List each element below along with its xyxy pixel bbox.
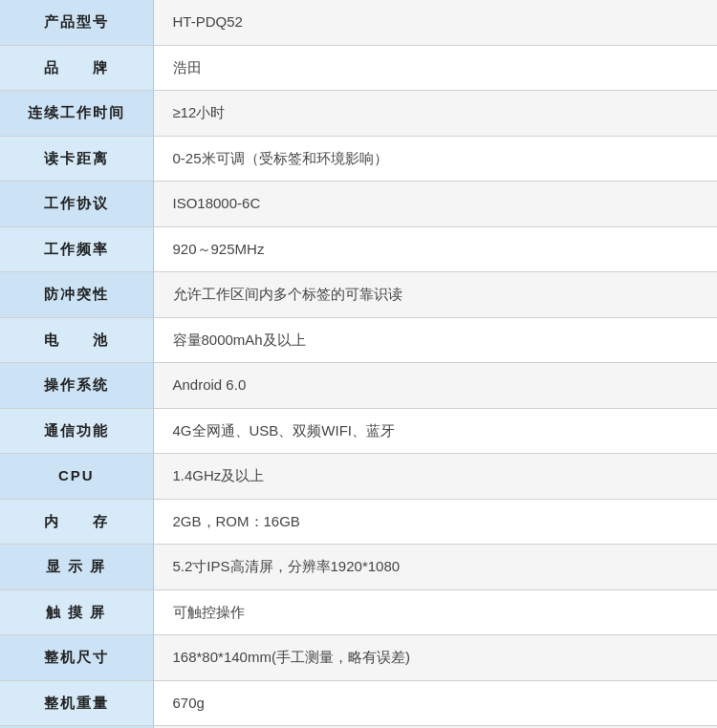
row-label: 防冲突性	[0, 272, 153, 318]
table-row: 触 摸 屏可触控操作	[0, 589, 717, 635]
row-label: 工作频率	[0, 226, 153, 272]
row-value: 容量8000mAh及以上	[153, 317, 717, 363]
row-label: 内 存	[0, 499, 153, 545]
row-value: 浩田	[153, 45, 717, 91]
table-row: 防冲突性允许工作区间内多个标签的可靠识读	[0, 272, 717, 318]
table-row: 品 牌浩田	[0, 45, 717, 91]
table-row: 整机尺寸168*80*140mm(手工测量，略有误差)	[0, 635, 717, 681]
table-row: 内 存2GB，ROM：16GB	[0, 499, 717, 545]
row-value: 可触控操作	[153, 589, 717, 635]
table-row: 显 示 屏5.2寸IPS高清屏，分辨率1920*1080	[0, 545, 717, 590]
row-label: 整机尺寸	[0, 635, 153, 681]
table-row: CPU1.4GHz及以上	[0, 454, 717, 500]
row-label: 通信功能	[0, 408, 153, 454]
table-row: 操作系统Android 6.0	[0, 363, 717, 409]
row-value: 允许工作区间内多个标签的可靠识读	[153, 272, 717, 318]
row-label: 操作系统	[0, 363, 153, 409]
row-value: 0-25米可调（受标签和环境影响）	[153, 136, 717, 182]
row-label: 工作协议	[0, 182, 153, 227]
table-row: 工作频率920～925MHz	[0, 226, 717, 272]
row-label: 连续工作时间	[0, 91, 153, 137]
row-value: Android 6.0	[153, 363, 717, 409]
row-label: 电 池	[0, 317, 153, 363]
table-row: 读卡距离0-25米可调（受标签和环境影响）	[0, 136, 717, 182]
row-value: 1.4GHz及以上	[153, 454, 717, 500]
row-label: 品 牌	[0, 45, 153, 91]
row-label: 读卡距离	[0, 136, 153, 182]
row-label: 产品型号	[0, 0, 153, 45]
table-row: 工作协议ISO18000-6C	[0, 182, 717, 227]
row-value: 2GB，ROM：16GB	[153, 499, 717, 545]
row-value: ISO18000-6C	[153, 182, 717, 227]
row-label: 整机重量	[0, 680, 153, 726]
row-value: 168*80*140mm(手工测量，略有误差)	[153, 635, 717, 681]
table-row: 整机重量670g	[0, 680, 717, 726]
row-value: 670g	[153, 680, 717, 726]
row-label: CPU	[0, 454, 153, 500]
table-row: 产品型号HT-PDQ52	[0, 0, 717, 45]
row-label: 触 摸 屏	[0, 589, 153, 635]
table-row: 连续工作时间≥12小时	[0, 91, 717, 137]
row-value: ≥12小时	[153, 91, 717, 137]
row-label: 显 示 屏	[0, 545, 153, 590]
table-row: 通信功能4G全网通、USB、双频WIFI、蓝牙	[0, 408, 717, 454]
row-value: HT-PDQ52	[153, 0, 717, 45]
table-row: 电 池容量8000mAh及以上	[0, 317, 717, 363]
row-value: 5.2寸IPS高清屏，分辨率1920*1080	[153, 545, 717, 590]
row-value: 920～925MHz	[153, 226, 717, 272]
row-value: 4G全网通、USB、双频WIFI、蓝牙	[153, 408, 717, 454]
spec-table: 产品型号HT-PDQ52品 牌浩田连续工作时间≥12小时读卡距离0-25米可调（…	[0, 0, 717, 728]
